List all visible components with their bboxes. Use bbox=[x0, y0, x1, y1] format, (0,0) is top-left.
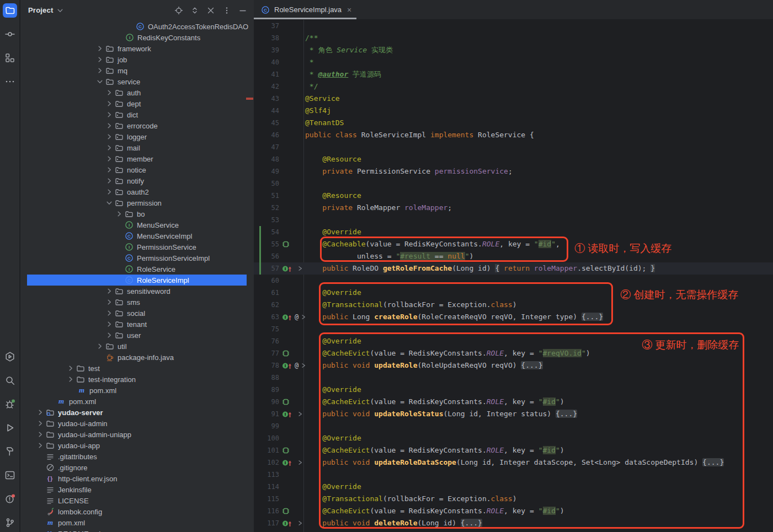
project-folder-button[interactable] bbox=[3, 3, 17, 18]
chevron-right-icon[interactable] bbox=[95, 44, 105, 53]
tree-item-mail[interactable]: mail bbox=[20, 142, 254, 153]
services-button[interactable] bbox=[3, 350, 17, 364]
chevron-right-icon[interactable] bbox=[35, 430, 45, 439]
tree-item-roleservice[interactable]: IRoleService bbox=[20, 264, 254, 275]
tree-item-oauth2[interactable]: oauth2 bbox=[20, 186, 254, 197]
chevron-right-icon[interactable] bbox=[104, 121, 114, 130]
chevron-right-icon[interactable] bbox=[114, 209, 124, 218]
chevron-right-icon[interactable] bbox=[35, 441, 45, 450]
tree-item-package-info-java[interactable]: package-info.java bbox=[20, 352, 254, 363]
tree-item-social[interactable]: social bbox=[20, 308, 254, 319]
overriding-method-icon[interactable] bbox=[282, 411, 293, 418]
tree-item-util[interactable]: util bbox=[20, 341, 254, 352]
tab-roleserviceimpl[interactable]: C RoleServiceImpl.java × bbox=[254, 0, 359, 19]
tree-item-permission[interactable]: permission bbox=[20, 197, 254, 208]
code-editor[interactable]: 3738/**39 * 角色 Service 实现类40 *41 * @auth… bbox=[254, 20, 773, 532]
terminal-button[interactable] bbox=[3, 468, 17, 482]
tree-item-user[interactable]: user bbox=[20, 330, 254, 341]
tree-item-rediskeyconstants[interactable]: IRedisKeyConstants bbox=[20, 32, 254, 43]
chevron-right-icon[interactable] bbox=[104, 287, 114, 295]
tree-item-pom-xml[interactable]: mpom.xml bbox=[20, 517, 254, 528]
chevron-right-icon[interactable] bbox=[95, 342, 105, 351]
tree-item-pom-xml[interactable]: mpom.xml bbox=[20, 385, 254, 396]
project-panel-title[interactable]: Project bbox=[28, 6, 53, 14]
chevron-down-icon[interactable] bbox=[95, 77, 105, 86]
expand-icon[interactable] bbox=[190, 6, 199, 15]
chevron-down-icon[interactable] bbox=[104, 198, 114, 207]
chevron-right-icon[interactable] bbox=[66, 375, 76, 384]
tree-item-member[interactable]: member bbox=[20, 153, 254, 164]
spring-bean-icon[interactable] bbox=[282, 507, 290, 515]
fold-icon[interactable] bbox=[297, 459, 303, 466]
problems-button[interactable] bbox=[3, 492, 17, 506]
chevron-right-icon[interactable] bbox=[104, 309, 114, 318]
chevron-right-icon[interactable] bbox=[104, 88, 114, 97]
tree-item-oauth2accesstokenredisdao[interactable]: COAuth2AccessTokenRedisDAO bbox=[20, 21, 254, 32]
locate-icon[interactable] bbox=[174, 6, 183, 15]
tree-item-notify[interactable]: notify bbox=[20, 175, 254, 186]
chevron-right-icon[interactable] bbox=[35, 419, 45, 428]
tree-item-job[interactable]: job bbox=[20, 54, 254, 65]
tree-item-roleserviceimpl[interactable]: CRoleServiceImpl bbox=[20, 275, 254, 286]
tree-item-dict[interactable]: dict bbox=[20, 109, 254, 120]
chevron-right-icon[interactable] bbox=[95, 66, 105, 75]
hide-icon[interactable] bbox=[238, 6, 247, 15]
tree-item-yudao-server[interactable]: yudao-server bbox=[20, 407, 254, 418]
collapse-icon[interactable] bbox=[206, 6, 215, 15]
overriding-method-icon[interactable] bbox=[282, 314, 293, 321]
tree-item-readme-md[interactable]: MREADME.md bbox=[20, 528, 254, 532]
tree-item-permissionserviceimpl[interactable]: CPermissionServiceImpl bbox=[20, 252, 254, 264]
chevron-right-icon[interactable] bbox=[104, 165, 114, 174]
tree-item-sms[interactable]: sms bbox=[20, 297, 254, 308]
more-tools-button[interactable] bbox=[3, 74, 17, 89]
chevron-right-icon[interactable] bbox=[104, 187, 114, 196]
tree-item-logger[interactable]: logger bbox=[20, 131, 254, 142]
overriding-method-icon[interactable] bbox=[282, 362, 293, 369]
tree-item-tenant[interactable]: tenant bbox=[20, 319, 254, 330]
debug-button[interactable] bbox=[3, 397, 17, 411]
tree-item-menuserviceimpl[interactable]: CMenuServiceImpl bbox=[20, 230, 254, 241]
tree-item-auth[interactable]: auth bbox=[20, 87, 254, 98]
fold-icon[interactable] bbox=[297, 520, 303, 526]
tree-item-yudao-ui-admin-uniapp[interactable]: yudao-ui-admin-uniapp bbox=[20, 429, 254, 440]
tree-item-jenkinsfile[interactable]: Jenkinsfile bbox=[20, 484, 254, 495]
tree-item-test[interactable]: test bbox=[20, 363, 254, 374]
tree-item-test-integration[interactable]: test-integration bbox=[20, 374, 254, 385]
tree-item-pom-xml[interactable]: mpom.xml bbox=[20, 396, 254, 407]
spring-bean-icon[interactable] bbox=[282, 350, 290, 357]
tree-item--gitignore[interactable]: .gitignore bbox=[20, 462, 254, 473]
structure-button[interactable] bbox=[3, 51, 17, 65]
tree-item-http-client-env-json[interactable]: {}http-client.env.json bbox=[20, 473, 254, 484]
tree-item-notice[interactable]: notice bbox=[20, 164, 254, 175]
tree-item-bo[interactable]: bo bbox=[20, 208, 254, 219]
tree-item-permissionservice[interactable]: IPermissionService bbox=[20, 241, 254, 252]
tree-item--gitattributes[interactable]: .gitattributes bbox=[20, 451, 254, 462]
chevron-right-icon[interactable] bbox=[104, 298, 114, 307]
tree-item-service[interactable]: service bbox=[20, 76, 254, 87]
tree-item-yudao-ui-app[interactable]: yudao-ui-app bbox=[20, 440, 254, 451]
overriding-method-icon[interactable] bbox=[282, 265, 293, 272]
chevron-right-icon[interactable] bbox=[104, 110, 114, 119]
chevron-right-icon[interactable] bbox=[104, 176, 114, 185]
chevron-right-icon[interactable] bbox=[104, 154, 114, 163]
tree-item-lombok-config[interactable]: lombok.config bbox=[20, 506, 254, 517]
tree-item-license[interactable]: LICENSE bbox=[20, 495, 254, 506]
chevron-down-icon[interactable] bbox=[56, 6, 65, 15]
overriding-method-icon[interactable] bbox=[282, 520, 293, 527]
fold-icon[interactable] bbox=[297, 411, 303, 417]
version-control-button[interactable] bbox=[3, 515, 17, 530]
annotated-icon[interactable]: @ bbox=[295, 362, 298, 369]
tree-item-framework[interactable]: framework bbox=[20, 43, 254, 54]
build-button[interactable] bbox=[3, 444, 17, 459]
tree-item-dept[interactable]: dept bbox=[20, 98, 254, 109]
run-button[interactable] bbox=[3, 421, 17, 435]
chevron-right-icon[interactable] bbox=[104, 143, 114, 152]
tree-item-sensitiveword[interactable]: sensitiveword bbox=[20, 286, 254, 297]
commit-button[interactable] bbox=[3, 27, 17, 41]
kebab-icon[interactable] bbox=[222, 6, 231, 15]
chevron-right-icon[interactable] bbox=[104, 132, 114, 141]
annotated-icon[interactable]: @ bbox=[295, 313, 298, 321]
search-button[interactable] bbox=[3, 373, 17, 388]
close-icon[interactable]: × bbox=[347, 6, 351, 14]
chevron-right-icon[interactable] bbox=[104, 320, 114, 329]
